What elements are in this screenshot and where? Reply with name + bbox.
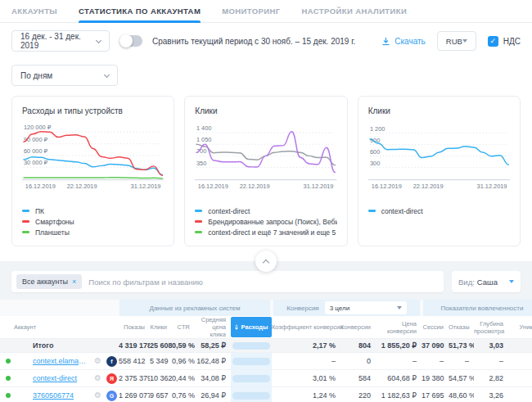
svg-text:300: 300: [370, 160, 380, 167]
nav-tab-3[interactable]: МОНИТОРИНГ: [222, 0, 280, 22]
caret-down-icon: [509, 280, 514, 283]
group-label: Показатели вовлеченности: [441, 305, 524, 312]
legend-item: context-direct и ещё 7 значений и еще 5 …: [195, 227, 336, 237]
impressions-cell: 558 412: [119, 353, 150, 370]
conv_rate-cell: 2,17 %: [272, 339, 340, 353]
svg-text:16.12.2019: 16.12.2019: [371, 183, 401, 190]
col-header-conversions[interactable]: Конверсии: [340, 316, 376, 339]
controls-right: Скачать RUB ✓ НДС: [381, 31, 521, 51]
granularity-select[interactable]: По дням: [11, 65, 118, 86]
col-header-bounces[interactable]: Отказы: [449, 316, 474, 339]
download-label: Скачать: [394, 37, 426, 46]
avg_cpc-cell: 162,48 ₽: [195, 353, 231, 370]
view-label: Вид:: [458, 278, 475, 287]
conversions-cell: 584: [340, 370, 376, 387]
sessions-cell: –: [422, 353, 449, 370]
col-header-costs[interactable]: Расходы: [231, 316, 272, 339]
col-header-avg_cpc[interactable]: Средняя цена клика: [195, 316, 231, 339]
nav-tab-4[interactable]: НАСТРОЙКИ АНАЛИТИКИ: [302, 0, 408, 22]
status-dot: [6, 359, 11, 364]
filter-chip-all-accounts[interactable]: Все аккаунты ×: [16, 274, 82, 289]
legend-dash: [22, 210, 29, 212]
facebook-icon: f: [106, 356, 117, 367]
nav-tab-1[interactable]: АККАУНТЫ: [11, 0, 57, 22]
search-input[interactable]: [88, 278, 439, 287]
vat-checkbox[interactable]: ✓: [488, 36, 498, 47]
sort-icon: [235, 324, 238, 330]
col-header-conv_rate[interactable]: Коэффициент конверсии: [272, 316, 340, 339]
chevron-down-icon: [104, 71, 110, 77]
col-header-ctr[interactable]: CTR: [172, 316, 195, 339]
column-groups-band: Данные из рекламных систем Конверсия 3 ц…: [0, 300, 532, 316]
depth-cell: –: [474, 353, 508, 370]
costs-cell: [231, 387, 272, 402]
account-link[interactable]: context-direct: [33, 374, 89, 382]
collapse-charts-button[interactable]: [255, 251, 277, 272]
svg-text:1 050: 1 050: [196, 136, 211, 143]
chart-title: Клики: [368, 106, 510, 115]
svg-text:600: 600: [370, 148, 380, 156]
col-header-clicks[interactable]: Клики: [150, 316, 172, 339]
vat-control: ✓ НДС: [488, 36, 521, 47]
impressions-cell: 4 319 178: [119, 339, 150, 353]
close-icon[interactable]: ×: [72, 278, 76, 286]
nav-tab-2[interactable]: СТАТИСТИКА ПО АККАУНТАМ: [79, 0, 201, 22]
clicks-cell: 5 349: [150, 353, 172, 370]
conv_cost-cell: –: [376, 353, 422, 370]
gear-icon[interactable]: ⚙: [94, 374, 101, 382]
gear-icon[interactable]: ⚙: [94, 391, 101, 400]
svg-text:60 000 ₽: 60 000 ₽: [24, 147, 48, 155]
conversions-cell: 804: [340, 339, 376, 353]
group-engagement: Показатели вовлеченности: [423, 300, 532, 316]
yandex-direct-icon: Я: [106, 373, 117, 384]
account-link[interactable]: 3760506774: [33, 391, 89, 400]
svg-text:22.12.2019: 22.12.2019: [240, 183, 270, 190]
unique-cell: [508, 387, 532, 402]
col-header-unique[interactable]: Уника: [508, 316, 532, 339]
ctr-cell: 0,76 %: [172, 387, 195, 402]
chevron-down-icon: [96, 37, 101, 43]
col-header-account[interactable]: Аккаунт: [0, 316, 119, 339]
legend-item: Брендированные запросы (Поиск), Вебинар …: [195, 216, 336, 227]
col-header-sessions[interactable]: Сессии: [422, 316, 449, 339]
impressions-cell: 1 269 077: [119, 387, 150, 402]
stats-table-wrap: Данные из рекламных систем Конверсия 3 ц…: [0, 300, 532, 402]
caret-down-icon: [397, 306, 402, 309]
ctr-cell: 0,96 %: [172, 353, 195, 370]
currency-select[interactable]: RUB: [437, 31, 476, 51]
bounces-cell: 54,57 %: [449, 370, 474, 387]
bounces-cell: –: [449, 353, 474, 370]
col-header-depth[interactable]: Глубина просмотра: [474, 316, 508, 339]
compare-toggle[interactable]: [119, 35, 142, 47]
search-box[interactable]: Все аккаунты ×: [11, 271, 444, 292]
legend-dash: [195, 210, 202, 212]
gear-icon[interactable]: ⚙: [94, 357, 101, 365]
account-cell: Итого: [0, 339, 119, 353]
legend-item: Смартфоны: [22, 216, 164, 227]
legend-label: context-direct: [381, 207, 423, 215]
legend-dash: [22, 231, 29, 233]
svg-text:16.12.2019: 16.12.2019: [25, 183, 56, 190]
download-button[interactable]: Скачать: [381, 37, 426, 46]
conv_cost-cell: 1 855,20 ₽: [376, 339, 422, 353]
chart-card-3: Клики3006009001 20016.12.201922.12.20193…: [358, 96, 521, 246]
clicks-cell: 10 362: [150, 370, 172, 387]
costs-cell: [231, 353, 272, 370]
conv_rate-cell: 1,24 %: [272, 387, 340, 402]
table-body: Итого4 319 17825 6080,59 %58,25 ₽2,17 %8…: [0, 339, 532, 402]
col-header-conv_cost[interactable]: Цена конверсии: [376, 316, 422, 339]
account-link[interactable]: context.elama@gmail.com: [33, 357, 89, 365]
controls-row: 16 дек. - 31 дек. 2019 Сравнить текущий …: [11, 30, 521, 52]
depth-cell: 3,03: [474, 339, 508, 353]
view-select[interactable]: Вид: Саша: [452, 271, 521, 292]
svg-text:22.12.2019: 22.12.2019: [67, 183, 97, 190]
legend-dash: [195, 220, 202, 223]
goal-selector[interactable]: 3 цели: [325, 301, 407, 314]
header-row: АккаунтПоказыКликиCTRСредняя цена кликаР…: [0, 316, 532, 339]
col-header-label: Расходы: [241, 323, 268, 331]
ctr-cell: 0,44 %: [172, 370, 195, 387]
table-head: АккаунтПоказыКликиCTRСредняя цена кликаР…: [0, 316, 532, 339]
date-range-select[interactable]: 16 дек. - 31 дек. 2019: [11, 30, 110, 52]
avg_cpc-cell: 58,25 ₽: [195, 339, 231, 353]
col-header-impressions[interactable]: Показы: [119, 316, 150, 339]
